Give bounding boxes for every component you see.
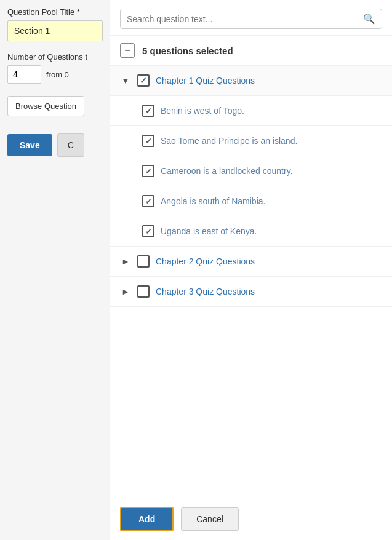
chapter-expand-icon[interactable]: ► bbox=[120, 256, 131, 266]
question-checkbox[interactable]: ✓ bbox=[142, 135, 154, 147]
question-row: ✓ Cameroon is a landlocked country. bbox=[110, 156, 392, 186]
check-mark-icon: ✓ bbox=[145, 137, 152, 146]
chapter-title: Chapter 3 Quiz Questions bbox=[156, 287, 255, 296]
cancel-button[interactable]: Cancel bbox=[181, 507, 239, 531]
from-label: from 0 bbox=[46, 70, 69, 79]
chapter-expand-icon[interactable]: ▼ bbox=[120, 76, 131, 85]
save-button[interactable]: Save bbox=[7, 134, 52, 156]
question-checkbox[interactable]: ✓ bbox=[142, 165, 154, 177]
deselect-all-button[interactable]: − bbox=[120, 43, 135, 58]
chapter-expand-icon[interactable]: ► bbox=[120, 287, 131, 296]
selected-bar: − 5 questions selected bbox=[110, 36, 392, 66]
check-mark-icon: ✓ bbox=[140, 76, 147, 85]
num-questions-row: from 0 bbox=[7, 65, 103, 84]
search-bar: 🔍 bbox=[110, 0, 392, 36]
question-row: ✓ Benin is west of Togo. bbox=[110, 96, 392, 126]
check-mark-icon: ✓ bbox=[145, 167, 152, 176]
question-text: Benin is west of Togo. bbox=[161, 106, 244, 116]
pool-title-label: Question Pool Title * bbox=[7, 7, 103, 17]
num-questions-label: Number of Questions t bbox=[7, 52, 103, 62]
selected-count-label: 5 questions selected bbox=[142, 46, 233, 56]
search-input[interactable] bbox=[127, 14, 363, 24]
check-mark-icon: ✓ bbox=[145, 106, 152, 116]
question-text: Angola is south of Namibia. bbox=[161, 196, 265, 206]
question-checkbox[interactable]: ✓ bbox=[142, 195, 154, 207]
search-icon[interactable]: 🔍 bbox=[363, 13, 375, 25]
questions-list: ▼ ✓ Chapter 1 Quiz Questions ✓ Benin is … bbox=[110, 66, 392, 498]
question-text: Uganda is east of Kenya. bbox=[161, 226, 257, 236]
check-mark-icon: ✓ bbox=[145, 227, 152, 236]
search-wrap: 🔍 bbox=[120, 9, 382, 29]
question-row: ✓ Angola is south of Namibia. bbox=[110, 186, 392, 216]
cancel-left-button[interactable]: C bbox=[57, 133, 84, 157]
check-mark-icon: ✓ bbox=[145, 197, 152, 206]
minus-icon: − bbox=[124, 45, 130, 56]
left-panel: Question Pool Title * Number of Question… bbox=[0, 0, 111, 540]
add-button[interactable]: Add bbox=[120, 507, 174, 531]
pool-title-input[interactable] bbox=[7, 20, 103, 41]
action-row: Save C bbox=[7, 133, 103, 157]
question-row: ✓ Uganda is east of Kenya. bbox=[110, 216, 392, 247]
chapter-checkbox[interactable] bbox=[137, 255, 150, 268]
question-checkbox[interactable]: ✓ bbox=[142, 225, 154, 237]
chapter-checkbox[interactable]: ✓ bbox=[137, 74, 150, 87]
chapter-row[interactable]: ► Chapter 2 Quiz Questions bbox=[110, 247, 392, 277]
chapter-title: Chapter 1 Quiz Questions bbox=[156, 76, 255, 85]
question-browse-panel: 🔍 − 5 questions selected ▼ ✓ Chapter 1 Q… bbox=[110, 0, 392, 540]
chapter-row[interactable]: ► Chapter 3 Quiz Questions bbox=[110, 277, 392, 307]
chapter-row[interactable]: ▼ ✓ Chapter 1 Quiz Questions bbox=[110, 66, 392, 96]
chapter-title: Chapter 2 Quiz Questions bbox=[156, 256, 255, 266]
question-text: Sao Tome and Principe is an island. bbox=[161, 136, 297, 146]
question-row: ✓ Sao Tome and Principe is an island. bbox=[110, 126, 392, 156]
question-checkbox[interactable]: ✓ bbox=[142, 105, 154, 117]
chapter-checkbox[interactable] bbox=[137, 285, 150, 298]
num-questions-input[interactable] bbox=[7, 65, 41, 84]
browse-question-button[interactable]: Browse Question bbox=[7, 96, 84, 116]
question-text: Cameroon is a landlocked country. bbox=[161, 166, 293, 176]
bottom-action-bar: Add Cancel bbox=[110, 498, 392, 540]
